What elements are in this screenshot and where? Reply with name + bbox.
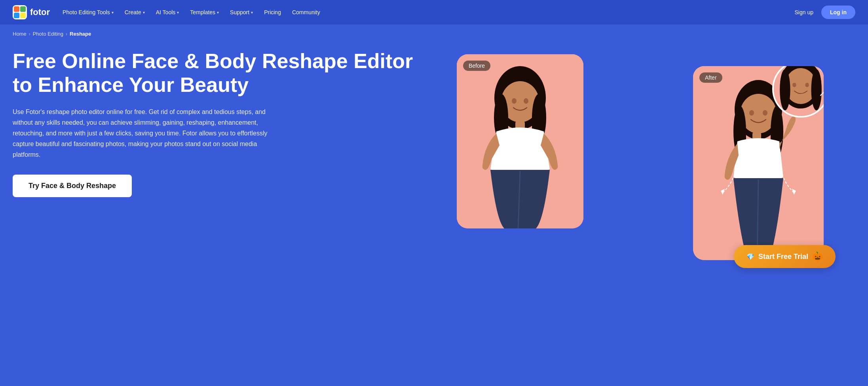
chevron-down-icon: ▾ xyxy=(112,10,114,15)
chevron-down-icon: ▾ xyxy=(217,10,219,15)
svg-point-24 xyxy=(763,110,767,116)
chevron-down-icon: ▾ xyxy=(177,10,179,15)
svg-point-12 xyxy=(512,98,517,104)
svg-rect-2 xyxy=(20,6,26,12)
hero-title: Free Online Face & Body Reshape Editor t… xyxy=(13,49,417,97)
svg-point-23 xyxy=(749,110,754,116)
start-free-trial-button[interactable]: 💎 Start Free Trial 🎃 xyxy=(734,245,836,268)
svg-point-35 xyxy=(811,69,821,110)
nav-pricing[interactable]: Pricing xyxy=(259,6,286,19)
breadcrumb: Home › Photo Editing › Reshape xyxy=(0,25,868,37)
svg-rect-1 xyxy=(14,6,19,12)
svg-rect-3 xyxy=(14,13,19,18)
chevron-down-icon: ▾ xyxy=(143,10,145,15)
nav-support[interactable]: Support ▾ xyxy=(225,6,258,19)
pumpkin-icon: 🎃 xyxy=(812,251,823,262)
fotor-logo-icon xyxy=(13,5,27,19)
before-badge: Before xyxy=(463,61,490,71)
hero-right: Before xyxy=(433,46,855,276)
nav-ai-tools[interactable]: AI Tools ▾ xyxy=(151,6,184,19)
svg-point-32 xyxy=(792,83,796,87)
breadcrumb-separator-2: › xyxy=(66,31,67,37)
chevron-down-icon: ▾ xyxy=(251,10,253,15)
hero-description: Use Fotor's reshape photo editor online … xyxy=(13,106,282,160)
breadcrumb-separator-1: › xyxy=(29,31,30,37)
try-reshape-button[interactable]: Try Face & Body Reshape xyxy=(13,175,132,197)
after-badge: After xyxy=(699,72,722,83)
after-card: After xyxy=(693,66,824,260)
nav-community[interactable]: Community xyxy=(287,6,325,19)
diamond-icon: 💎 xyxy=(746,253,754,261)
signup-button[interactable]: Sign up xyxy=(788,6,820,19)
breadcrumb-home[interactable]: Home xyxy=(13,31,27,37)
navbar: fotor Photo Editing Tools ▾ Create ▾ AI … xyxy=(0,0,868,25)
hero-section: Free Online Face & Body Reshape Editor t… xyxy=(0,37,868,292)
before-card: Before xyxy=(457,54,583,228)
hero-left: Free Online Face & Body Reshape Editor t… xyxy=(13,46,417,197)
login-button[interactable]: Log in xyxy=(821,6,855,19)
svg-point-34 xyxy=(780,69,790,110)
breadcrumb-current: Reshape xyxy=(70,31,91,37)
nav-photo-editing-tools[interactable]: Photo Editing Tools ▾ xyxy=(58,6,118,19)
svg-rect-4 xyxy=(20,13,26,18)
nav-templates[interactable]: Templates ▾ xyxy=(185,6,224,19)
logo-text: fotor xyxy=(30,7,50,17)
nav-create[interactable]: Create ▾ xyxy=(120,6,150,19)
before-person-illustration xyxy=(457,54,583,228)
breadcrumb-photo-editing[interactable]: Photo Editing xyxy=(33,31,63,37)
svg-point-13 xyxy=(524,98,528,104)
logo[interactable]: fotor xyxy=(13,5,50,19)
svg-point-33 xyxy=(805,83,809,87)
face-circle-svg xyxy=(774,66,824,116)
